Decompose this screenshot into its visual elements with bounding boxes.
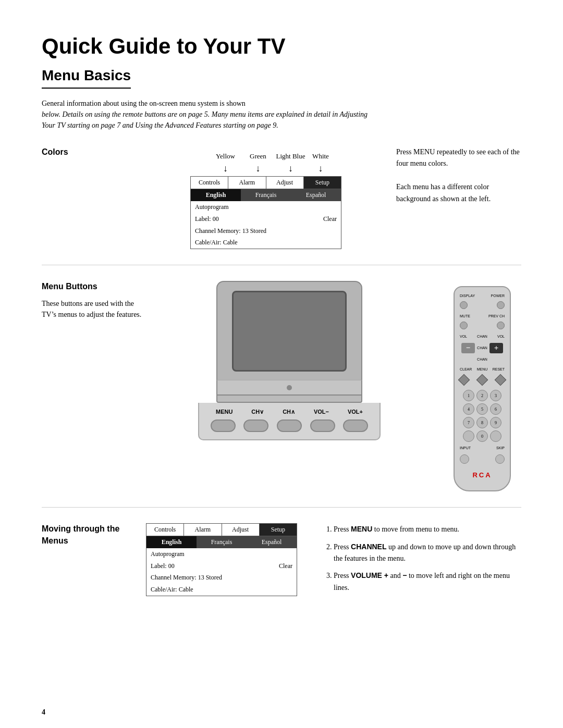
colors-right-p1: Press MENU repeatedly to see each of the… <box>396 146 521 170</box>
moving-menu-item-label: Label: 00Clear <box>146 560 297 572</box>
moving-menu-box: Controls Alarm Adjust Setup English Fran… <box>146 523 297 596</box>
remote-chan-label: CHAN <box>477 346 487 351</box>
remote-input-btn[interactable] <box>460 454 469 464</box>
divider-2 <box>42 507 521 508</box>
colors-label: Colors <box>42 146 146 158</box>
tv-btn-menu[interactable] <box>211 419 236 432</box>
moving-tab-controls: Controls <box>146 524 184 536</box>
remote-input-label: INPUT <box>460 446 471 451</box>
arrow-lightblue <box>274 162 308 175</box>
remote-bottom-labels: INPUT SKIP <box>460 446 505 451</box>
tv-illustration-area: MENU CH∨ CH∧ VOL− VOL+ <box>146 281 433 440</box>
remote-volchan-labels: VOL CHAN VOL <box>460 334 505 339</box>
arrow-label-yellow: Yellow <box>209 152 242 161</box>
remote-body: DISPLAY POWER MUTE PREV CH VOL CHAN VOL <box>454 286 511 491</box>
remote-prevch-btn[interactable] <box>497 322 505 329</box>
remote-row2-circles <box>460 322 505 329</box>
remote-btn-5[interactable]: 5 <box>476 403 488 415</box>
tv-btn-volminus[interactable] <box>310 419 335 432</box>
menu-tab-controls: Controls <box>191 177 228 189</box>
remote-btn-7[interactable]: 7 <box>463 417 474 428</box>
menu-box: Controls Alarm Adjust Setup English Fran… <box>190 176 341 249</box>
remote-btn-6[interactable]: 6 <box>490 403 501 415</box>
menu-item-autoprogram: Autoprogram <box>191 201 341 213</box>
remote-btn-2[interactable]: 2 <box>476 390 488 401</box>
remote-btn-3[interactable]: 3 <box>490 390 501 401</box>
remote-control: DISPLAY POWER MUTE PREV CH VOL CHAN VOL <box>454 286 521 491</box>
remote-plus-btn[interactable]: + <box>489 343 503 353</box>
intro-text: General information about using the on-s… <box>42 98 375 131</box>
remote-bottom-circles <box>460 454 505 464</box>
moving-menu-item-chanmem: Channel Memory: 13 Stored <box>146 572 297 584</box>
arrow-labels: Yellow Green Light Blue White <box>209 152 334 161</box>
colors-right-text: Press MENU repeatedly to see each of the… <box>386 146 521 205</box>
remote-btn-4[interactable]: 4 <box>463 403 474 415</box>
arrow-label-white: White <box>308 152 334 161</box>
lang-espanol: Español <box>291 189 341 201</box>
arrow-green <box>242 162 274 175</box>
arrow-yellow <box>209 162 242 175</box>
remote-menu-btn[interactable] <box>476 374 488 386</box>
remote-power-btn[interactable] <box>497 301 505 309</box>
remote-clear-btn[interactable] <box>458 374 470 386</box>
tv-outer <box>216 281 362 403</box>
colors-section: Colors Yellow Green Light Blue White Con… <box>42 146 521 249</box>
tv-controls-panel: MENU CH∨ CH∧ VOL− VOL+ <box>198 403 381 440</box>
remote-numpad: 1 2 3 4 5 6 7 8 9 0 <box>463 390 501 442</box>
remote-btn-0[interactable]: 0 <box>476 430 488 442</box>
remote-prevch-label: PREV CH <box>488 314 505 319</box>
moving-menu-tabs-row: Controls Alarm Adjust Setup <box>146 524 297 536</box>
divider-1 <box>42 265 521 265</box>
remote-display-btn[interactable] <box>460 301 468 309</box>
lang-francais: Français <box>241 189 291 201</box>
remote-clear-label: CLEAR <box>460 367 472 372</box>
remote-btn-1[interactable]: 1 <box>463 390 474 401</box>
moving-menu-item-autoprogram: Autoprogram <box>146 548 297 560</box>
tv-label-menu: MENU <box>216 408 232 416</box>
tv-bezel <box>216 380 362 396</box>
page-subtitle: Menu Basics <box>42 65 131 89</box>
moving-label-area: Moving through the Menus <box>42 523 146 547</box>
remote-menu-label: MENU <box>477 367 488 372</box>
moving-step-3: Press VOLUME + and − to move left and ri… <box>334 570 521 594</box>
remote-btn-8[interactable]: 8 <box>476 417 488 428</box>
remote-skip-label: SKIP <box>496 446 505 451</box>
menu-tabs-row: Controls Alarm Adjust Setup <box>191 177 341 189</box>
moving-menu-box-wrapper: Controls Alarm Adjust Setup English Fran… <box>146 523 297 596</box>
tv-btn-chdown[interactable] <box>243 419 268 432</box>
moving-lang-francais: Français <box>197 536 247 548</box>
colors-right-p2: Each menu has a different color backgrou… <box>396 181 521 205</box>
menu-buttons-desc: These buttons are used with the TV’s men… <box>42 298 146 320</box>
remote-btn-9[interactable]: 9 <box>490 417 501 428</box>
moving-tab-alarm: Alarm <box>184 524 222 536</box>
moving-step-2: Press CHANNEL up and down to move up and… <box>334 541 521 565</box>
remote-skip-btn[interactable] <box>495 454 505 464</box>
tv-btn-chup[interactable] <box>277 419 302 432</box>
remote-mute-label: MUTE <box>460 314 470 319</box>
tv-label-chdown: CH∨ <box>251 408 264 416</box>
tv-body <box>216 281 362 380</box>
arrows-row <box>209 162 334 175</box>
arrow-white <box>308 162 334 175</box>
tv-stand-top <box>216 396 362 403</box>
remote-reset-btn[interactable] <box>495 374 507 386</box>
remote-vol-left-label: VOL <box>460 334 467 339</box>
moving-menu-item-cable: Cable/Air: Cable <box>146 584 297 596</box>
remote-chan-top-label: CHAN <box>477 334 487 339</box>
menu-tab-setup: Setup <box>304 177 341 189</box>
page-title: Quick Guide to Your TV <box>42 31 521 62</box>
remote-mute-btn[interactable] <box>460 322 468 329</box>
moving-lang-row: English Français Español <box>146 536 297 548</box>
remote-minus-btn[interactable]: − <box>461 343 475 353</box>
remote-volchan-row: − CHAN + <box>461 343 503 353</box>
moving-lang-espanol: Español <box>247 536 297 548</box>
arrow-label-green: Green <box>242 152 274 161</box>
tv-label-volminus: VOL− <box>314 408 329 416</box>
tv-btn-volplus[interactable] <box>343 419 368 432</box>
remote-btn-skip-label <box>490 430 501 442</box>
menu-buttons-label-area: Menu Buttons These buttons are used with… <box>42 281 146 319</box>
moving-steps: Press MENU to move from menu to menu. Pr… <box>308 523 521 599</box>
remote-btn-input-label <box>463 430 474 442</box>
moving-step-1: Press MENU to move from menu to menu. <box>334 523 521 535</box>
remote-top-circles <box>460 301 505 309</box>
